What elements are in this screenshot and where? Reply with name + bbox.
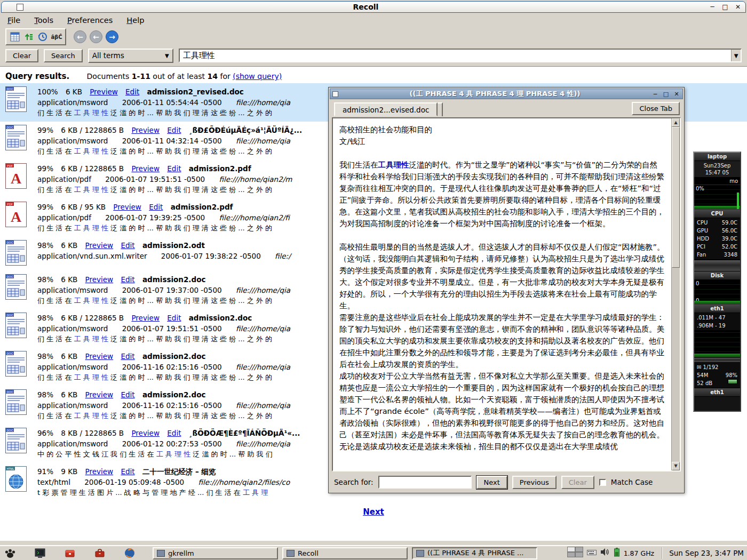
- clear-button[interactable]: Clear: [5, 49, 38, 62]
- taskbar-task-preview[interactable]: ((工 PHRASE 4 具 PHRASE ...: [412, 547, 537, 559]
- result-mimetype: application/msword: [37, 98, 108, 107]
- toolbox-launcher-icon[interactable]: [93, 547, 107, 559]
- preview-scrollbar[interactable]: ▲ ▼: [671, 118, 680, 470]
- workspace-pager[interactable]: [567, 547, 583, 559]
- preview-maximize-button[interactable]: □: [662, 91, 670, 98]
- search-mode-select[interactable]: All terms ▼: [88, 49, 173, 63]
- snippet-highlighted-term: 工 具 理: [243, 489, 268, 497]
- taskbar-clock[interactable]: Sun Sep 23, 3:47 PM: [662, 547, 744, 559]
- preview-link[interactable]: Preview: [85, 467, 114, 476]
- result-date: 2006-01-07 19:39:25 -0500: [105, 213, 205, 222]
- mail-icon: ✉: [697, 364, 701, 370]
- firefox-launcher-icon[interactable]: [123, 547, 137, 559]
- menu-help[interactable]: Help: [126, 16, 144, 25]
- search-button[interactable]: Search: [44, 49, 83, 62]
- minimize-button[interactable]: ─: [708, 3, 717, 11]
- result-mimetype: application/msword: [37, 324, 108, 333]
- taskbar-task-recoll[interactable]: Recoll: [282, 547, 408, 559]
- highlighted-search-term: 工具理性: [378, 161, 409, 169]
- package-launcher-icon[interactable]: [63, 547, 77, 559]
- menu-tools[interactable]: Tools: [34, 16, 53, 25]
- previous-page-button[interactable]: ←: [90, 30, 102, 43]
- edit-link[interactable]: Edit: [121, 390, 134, 399]
- result-size: 6 KB / 1228865 B: [61, 164, 124, 173]
- scrollbar-track[interactable]: [672, 127, 680, 462]
- preview-link[interactable]: Preview: [85, 352, 114, 361]
- gkrellm-monitor[interactable]: laptop Sun23Sep 15:47 05 mo 0% CPU CPU59…: [693, 151, 741, 412]
- preview-link[interactable]: Preview: [85, 390, 114, 399]
- mail-mem-panel: ✉ 1/192 54M98% 52 dB: [694, 363, 740, 388]
- edit-link[interactable]: Edit: [167, 429, 181, 437]
- doc-file-icon: DOC: [5, 240, 29, 268]
- close-tab-button[interactable]: Close Tab: [632, 102, 680, 115]
- result-size: 6 KB: [61, 390, 77, 399]
- next-results-link[interactable]: Next: [363, 507, 384, 517]
- battery-icon[interactable]: [614, 547, 620, 559]
- result-score: 96%: [37, 429, 53, 437]
- scroll-down-icon[interactable]: ▼: [672, 462, 680, 470]
- pdf-file-icon: PDFA: [5, 202, 29, 234]
- volume-icon[interactable]: [600, 548, 610, 558]
- edit-link[interactable]: Edit: [167, 164, 181, 173]
- preview-link[interactable]: Preview: [131, 429, 160, 437]
- find-clear-button[interactable]: Clear: [561, 476, 594, 489]
- terminal-launcher-icon[interactable]: [33, 547, 47, 559]
- gkrellm-clock: Sun23Sep 15:47 05: [694, 161, 740, 178]
- result-size: 9 KB: [61, 467, 77, 476]
- edit-link[interactable]: Edit: [167, 314, 181, 322]
- edit-link[interactable]: Edit: [121, 352, 134, 361]
- preview-document-text[interactable]: 高校招生的社会功能和目的 文/钱江 我们生活在工具理性泛滥的时代。作为“世之显学…: [333, 118, 671, 470]
- window-manager-menu-icon[interactable]: [3, 547, 17, 559]
- preview-link[interactable]: Preview: [131, 126, 160, 134]
- taskbar-task-gkrellm[interactable]: gkrellm: [153, 547, 278, 559]
- query-history-arrow-icon[interactable]: ▼: [731, 50, 741, 61]
- match-case-checkbox[interactable]: [599, 479, 606, 486]
- edit-link[interactable]: Edit: [167, 126, 181, 134]
- svg-text:DOC: DOC: [6, 275, 13, 278]
- sort-arrows-icon[interactable]: [22, 30, 35, 43]
- find-previous-button[interactable]: Previous: [512, 476, 557, 489]
- preview-link[interactable]: Preview: [131, 164, 160, 173]
- preview-link[interactable]: Preview: [131, 314, 160, 322]
- cpu-panel-label: CPU: [694, 210, 740, 218]
- keyboard-layout-icon[interactable]: [587, 548, 597, 558]
- edit-link[interactable]: Edit: [121, 241, 134, 250]
- show-query-link[interactable]: (show query): [233, 72, 282, 81]
- result-mimetype: application/msword: [37, 286, 108, 294]
- scroll-up-icon[interactable]: ▲: [672, 118, 680, 127]
- preview-document-tab[interactable]: admission2...evised.doc: [334, 102, 438, 116]
- window-titlebar[interactable]: Recoll ─ □ ✕: [1, 1, 746, 13]
- find-input[interactable]: [378, 476, 472, 489]
- first-page-button[interactable]: ←: [74, 30, 86, 43]
- search-input[interactable]: [180, 50, 731, 61]
- preview-link[interactable]: Preview: [85, 241, 114, 250]
- snippet-text: 们 生 活 在: [37, 412, 74, 420]
- find-next-button[interactable]: Next: [476, 476, 507, 489]
- chevron-down-icon: ▼: [165, 53, 169, 59]
- next-page-button[interactable]: →: [106, 30, 118, 43]
- edit-link[interactable]: Edit: [149, 203, 163, 211]
- maximize-button[interactable]: □: [721, 3, 729, 11]
- preview-minimize-button[interactable]: ─: [651, 91, 659, 98]
- task-label: gkrellm: [168, 549, 194, 557]
- snippet-text: 泛 滥 的 时 ... 帮 助 我 们: [190, 450, 273, 458]
- preview-link[interactable]: Preview: [113, 203, 141, 211]
- result-date: 2006-01-07 19:51:51 -0500: [122, 324, 222, 333]
- edit-link[interactable]: Edit: [125, 87, 139, 96]
- preview-link[interactable]: Preview: [90, 87, 118, 96]
- edit-link[interactable]: Edit: [121, 467, 134, 476]
- preview-link[interactable]: Preview: [85, 275, 114, 284]
- menu-file[interactable]: File: [7, 16, 20, 25]
- close-button[interactable]: ✕: [734, 3, 742, 11]
- preview-close-button[interactable]: ✕: [673, 91, 680, 98]
- preview-titlebar[interactable]: ((工 PHRASE 4 具 PHRASE 4 理 PHRASE 4 性)) ─…: [330, 89, 683, 99]
- term-explorer-icon[interactable]: âβĈ: [50, 30, 63, 43]
- preview-findbar: Search for: Next Previous Clear Match Ca…: [330, 473, 683, 492]
- query-combobox: ▼: [179, 49, 742, 62]
- edit-link[interactable]: Edit: [121, 275, 134, 284]
- scrollbar-thumb[interactable]: [672, 127, 680, 268]
- snippet-text: 泛 滥 的 时 ... 帮 助 我 们 理 清 这 些 纷 ... 之 外 的: [108, 147, 272, 155]
- history-icon[interactable]: [36, 30, 49, 43]
- menu-preferences[interactable]: Preferences: [67, 16, 113, 25]
- doc-table-icon[interactable]: [9, 30, 21, 43]
